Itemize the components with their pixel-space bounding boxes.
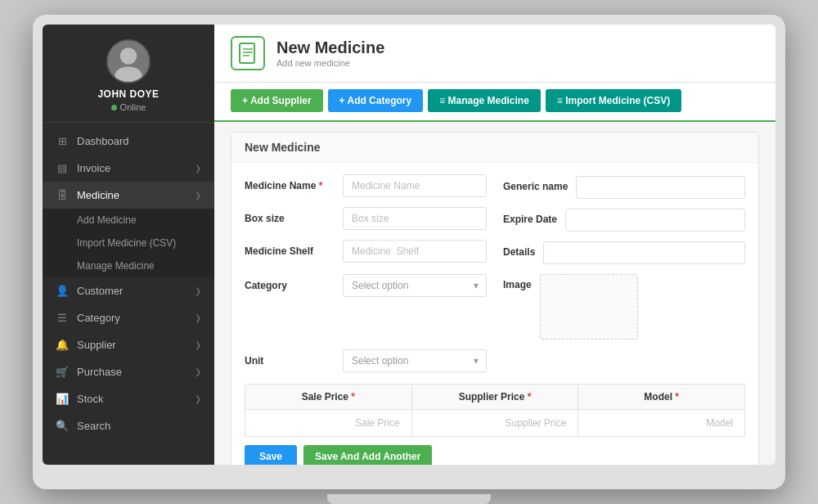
model-header: Model * [578, 385, 745, 410]
medicine-submenu: Add Medicine Import Medicine (CSV) Manag… [43, 209, 214, 277]
toolbar: + Add Supplier + Add Category ≡ Manage M… [214, 83, 775, 122]
page-title: New Medicine [276, 38, 384, 57]
sidebar-item-label: Stock [77, 393, 104, 405]
category-group: Category Select option [245, 274, 487, 297]
medicine-shelf-input[interactable] [343, 240, 487, 263]
profile-name: JOHN DOYE [97, 88, 159, 100]
sidebar-item-invoice[interactable]: ▤ Invoice ❯ [43, 155, 214, 182]
sidebar-item-label: Invoice [77, 162, 110, 174]
submenu-add-medicine[interactable]: Add Medicine [43, 209, 214, 232]
generic-name-label: Generic name [503, 176, 568, 192]
dashboard-icon: ⊞ [56, 135, 69, 147]
supplier-price-input[interactable] [419, 415, 572, 431]
price-row [245, 410, 745, 437]
box-size-label: Box size [245, 213, 335, 224]
sidebar-item-label: Category [77, 312, 120, 324]
generic-name-input[interactable] [576, 176, 745, 199]
category-label: Category [245, 280, 335, 291]
page-subtitle: Add new medicine [276, 58, 384, 68]
expire-date-group: Expire Date [503, 209, 745, 232]
details-group: Details [503, 241, 745, 264]
chevron-right-icon: ❯ [195, 313, 201, 322]
avatar [106, 39, 151, 83]
image-upload-area[interactable] [540, 274, 638, 340]
stock-icon: 📊 [56, 393, 69, 405]
chevron-right-icon: ❯ [195, 340, 201, 349]
status-label: Online [120, 102, 146, 112]
svg-point-1 [120, 47, 137, 64]
medicine-icon: 🗄 [56, 189, 69, 201]
category-select-wrapper: Select option [343, 274, 487, 297]
sidebar-item-search[interactable]: 🔍 Search [43, 412, 214, 439]
main-content: New Medicine Add new medicine + Add Supp… [214, 25, 775, 465]
sidebar-item-medicine[interactable]: 🗄 Medicine ❯ [43, 182, 214, 209]
sale-price-header: Sale Price * [245, 385, 412, 410]
details-label: Details [503, 241, 535, 258]
medicine-shelf-group: Medicine Shelf [245, 240, 487, 263]
sidebar-item-label: Purchase [77, 366, 122, 378]
sidebar-item-purchase[interactable]: 🛒 Purchase ❯ [43, 358, 214, 385]
category-select[interactable]: Select option [343, 274, 487, 297]
chevron-right-icon: ❯ [195, 164, 201, 173]
sidebar-profile: JOHN DOYE Online [43, 25, 214, 123]
nav-menu: ⊞ Dashboard ▤ Invoice ❯ 🗄 Medic [43, 123, 214, 465]
supplier-icon: 🔔 [56, 339, 69, 351]
sidebar-item-label: Dashboard [77, 135, 129, 147]
medicine-name-label: Medicine Name * [245, 180, 335, 191]
form-row-unit: Unit Select option [245, 349, 745, 372]
customer-icon: 👤 [56, 285, 69, 297]
add-supplier-button[interactable]: + Add Supplier [231, 89, 323, 112]
form-body: Medicine Name * Box size [231, 163, 758, 465]
box-size-group: Box size [245, 207, 487, 230]
expire-date-label: Expire Date [503, 209, 557, 225]
sidebar-item-stock[interactable]: 📊 Stock ❯ [43, 385, 214, 412]
sidebar-item-supplier[interactable]: 🔔 Supplier ❯ [43, 331, 214, 358]
search-icon: 🔍 [56, 420, 69, 432]
svg-rect-3 [240, 43, 254, 63]
status-indicator [111, 105, 117, 110]
sidebar-item-label: Search [77, 420, 110, 432]
form-actions: Save Save And Add Another [245, 437, 745, 465]
new-medicine-card: New Medicine Medicine Name * [231, 132, 759, 465]
image-label: Image [503, 274, 532, 290]
supplier-price-header: Supplier Price * [411, 385, 578, 410]
form-row-category: Category Select option Image [245, 274, 745, 340]
manage-medicine-button[interactable]: ≡ Manage Medicine [428, 89, 541, 112]
details-input[interactable] [543, 241, 745, 264]
sidebar-item-customer[interactable]: 👤 Customer ❯ [43, 277, 214, 304]
expire-date-input[interactable] [565, 209, 745, 232]
form-area: New Medicine Medicine Name * [214, 122, 775, 465]
unit-select[interactable]: Select option [343, 349, 487, 372]
sidebar-item-category[interactable]: ☰ Category ❯ [43, 304, 214, 331]
profile-status: Online [111, 102, 146, 112]
save-and-add-button[interactable]: Save And Add Another [303, 445, 432, 465]
submenu-import-medicine[interactable]: Import Medicine (CSV) [43, 232, 214, 254]
import-medicine-button[interactable]: ≡ Import Medicine (CSV) [546, 89, 681, 112]
save-button[interactable]: Save [245, 445, 297, 465]
unit-select-wrapper: Select option [343, 349, 487, 372]
invoice-icon: ▤ [56, 162, 69, 174]
chevron-right-icon: ❯ [195, 394, 201, 403]
medicine-name-input[interactable] [343, 174, 487, 197]
add-category-button[interactable]: + Add Category [328, 89, 424, 112]
sidebar-item-label: Supplier [77, 339, 116, 351]
sale-price-input[interactable] [252, 415, 405, 431]
form-card-title: New Medicine [231, 133, 758, 163]
box-size-input[interactable] [343, 207, 487, 230]
category-icon: ☰ [56, 312, 69, 324]
medicine-name-group: Medicine Name * [245, 174, 487, 197]
generic-name-group: Generic name [503, 176, 745, 199]
unit-label: Unit [245, 355, 335, 367]
chevron-down-icon: ❯ [195, 191, 201, 200]
chevron-right-icon: ❯ [195, 367, 201, 376]
laptop-base [327, 494, 491, 504]
chevron-right-icon: ❯ [195, 286, 201, 295]
model-input[interactable] [585, 415, 738, 431]
page-icon [231, 36, 265, 70]
unit-group: Unit Select option [245, 349, 487, 372]
form-row-1: Medicine Name * Box size [245, 174, 745, 264]
purchase-icon: 🛒 [56, 366, 69, 378]
submenu-manage-medicine[interactable]: Manage Medicine [43, 254, 214, 277]
sidebar-item-dashboard[interactable]: ⊞ Dashboard [43, 128, 214, 155]
page-header: New Medicine Add new medicine [214, 25, 775, 83]
